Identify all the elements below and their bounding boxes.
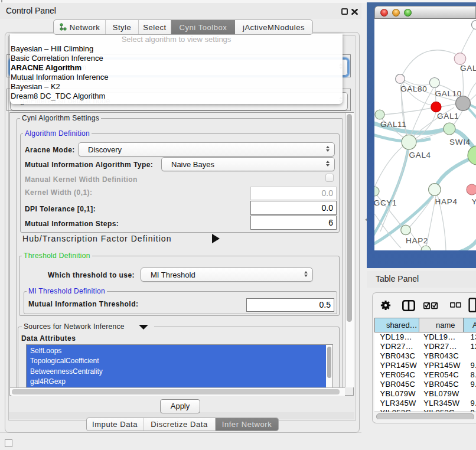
svg-text:GAL11: GAL11 (380, 120, 407, 129)
svg-text:Y: Y (472, 197, 476, 206)
svg-text:GAL7: GAL7 (460, 64, 476, 73)
svg-text:GAL1: GAL1 (437, 112, 459, 120)
svg-text:GAL10: GAL10 (435, 89, 462, 98)
svg-text:HAP4: HAP4 (435, 197, 458, 206)
svg-text:HAP2: HAP2 (406, 236, 428, 245)
svg-text:SWI4: SWI4 (449, 138, 471, 146)
svg-text:GAL80: GAL80 (400, 84, 428, 93)
svg-text:GAL4: GAL4 (409, 151, 431, 159)
svg-text:GCY1: GCY1 (374, 198, 397, 207)
